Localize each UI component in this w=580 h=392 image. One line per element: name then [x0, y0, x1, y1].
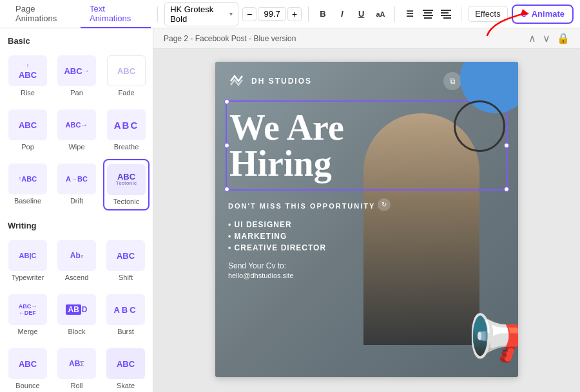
- subheadline: DON'T MISS THIS OPPORTUNITY: [228, 202, 375, 210]
- headline-line2: Hiring: [229, 144, 332, 183]
- position-item-1: UI DESIGNER: [228, 220, 505, 229]
- font-size-increase[interactable]: +: [287, 7, 302, 21]
- animation-typewriter[interactable]: AB|C Typewriter: [5, 236, 50, 286]
- pan-label: Pan: [70, 89, 83, 97]
- copy-button[interactable]: ⧉: [443, 72, 461, 90]
- brand-name: DH STUDIOS: [251, 77, 312, 86]
- chevron-down-icon[interactable]: ∨: [543, 32, 550, 44]
- wipe-preview: ABC→: [57, 109, 96, 140]
- tab-text-animations[interactable]: Text Animations: [81, 0, 151, 28]
- divider-4: [461, 6, 461, 22]
- svg-rect-0: [423, 10, 433, 11]
- animation-breathe[interactable]: ABC Breathe: [103, 105, 150, 155]
- animation-shift[interactable]: ABC Shift: [103, 236, 148, 286]
- divider-2: [308, 6, 309, 22]
- basic-section-label: Basic: [5, 36, 148, 46]
- skate-preview: ABC: [106, 348, 145, 379]
- breathe-preview: ABC: [107, 109, 146, 140]
- fade-label: Fade: [118, 89, 134, 97]
- strikethrough-button[interactable]: aA: [373, 6, 389, 23]
- deco-circle-outline: [454, 100, 505, 152]
- baseline-preview: ↑ ABC: [8, 163, 47, 194]
- effects-button[interactable]: Effects: [468, 6, 508, 22]
- animation-drift[interactable]: A→BC Drift: [54, 159, 99, 210]
- tab-page-animations[interactable]: Page Animations: [6, 0, 81, 28]
- email-address: hello@dhstudios.site: [228, 272, 505, 279]
- alignment-group: ☰: [401, 6, 454, 23]
- bounce-label: Bounce: [15, 382, 39, 389]
- position-item-3: CREATIVE DIRECTOR: [228, 243, 505, 252]
- svg-rect-6: [441, 15, 451, 16]
- ascend-preview: Abr: [57, 240, 96, 271]
- block-preview: ABD: [57, 294, 96, 325]
- font-family-select[interactable]: HK Grotesk Bold ▾: [164, 2, 238, 26]
- divider-3: [394, 6, 395, 22]
- align-center-icon: [423, 10, 433, 19]
- align-right-button[interactable]: [438, 6, 454, 23]
- animation-merge[interactable]: ABC→←DEF Merge: [5, 290, 50, 340]
- toolbar: Page Animations Text Animations HK Grote…: [0, 0, 580, 28]
- ascend-label: Ascend: [65, 274, 89, 281]
- svg-rect-7: [443, 17, 451, 19]
- tab-group: Page Animations Text Animations: [6, 0, 151, 28]
- handle-top-left[interactable]: [224, 99, 229, 104]
- rise-preview: ↑ ABC: [8, 55, 47, 86]
- animation-bounce[interactable]: ABC Bounce: [5, 344, 50, 392]
- page-label: Page 2 - Facebook Post - Blue version: [164, 34, 296, 43]
- animation-wipe[interactable]: ABC→ Wipe: [54, 105, 99, 155]
- svg-rect-4: [441, 10, 451, 11]
- handle-mid-right[interactable]: [504, 143, 509, 148]
- roll-preview: ABΣ: [57, 348, 96, 379]
- animate-button[interactable]: ⟳ Animate: [512, 5, 574, 24]
- headline-line1: We Are: [229, 107, 344, 147]
- refresh-icon[interactable]: ↻: [378, 198, 391, 211]
- position-item-2: MARKETING: [228, 232, 505, 241]
- burst-preview: ABC: [106, 294, 145, 325]
- brand-logo: [228, 72, 246, 90]
- bold-button[interactable]: B: [315, 6, 331, 23]
- roll-label: Roll: [71, 382, 83, 389]
- skate-label: Skate: [117, 382, 135, 389]
- align-left-button[interactable]: ☰: [401, 6, 418, 23]
- wipe-label: Wipe: [68, 143, 84, 151]
- font-select-chevron: ▾: [229, 10, 233, 17]
- handle-mid-left[interactable]: [224, 143, 229, 148]
- font-size-decrease[interactable]: −: [242, 7, 256, 21]
- svg-rect-3: [424, 17, 432, 19]
- animation-fade[interactable]: ABC Fade: [103, 51, 150, 101]
- animate-label: Animate: [532, 9, 565, 19]
- tectonic-label: Tectonic: [113, 198, 139, 205]
- animation-roll[interactable]: ABΣ Roll: [54, 344, 99, 392]
- align-center-button[interactable]: [420, 6, 436, 23]
- underline-button[interactable]: U: [354, 6, 369, 23]
- merge-label: Merge: [17, 328, 37, 335]
- svg-rect-2: [423, 15, 433, 16]
- writing-animations-grid: AB|C Typewriter Abr Ascend ABC Shift: [5, 236, 148, 392]
- chevron-up-icon[interactable]: ∧: [528, 32, 536, 44]
- canvas-wrapper: DH STUDIOS ⧉ 🗑 ··· We Are: [153, 49, 580, 390]
- animation-burst[interactable]: ABC Burst: [103, 290, 148, 340]
- svg-rect-5: [441, 12, 449, 14]
- handle-bottom-left[interactable]: [224, 187, 229, 192]
- animation-ascend[interactable]: Abr Ascend: [54, 236, 99, 286]
- send-cv-label: Send Your Cv to:: [228, 261, 505, 270]
- bounce-preview: ABC: [8, 348, 47, 379]
- animation-baseline[interactable]: ↑ ABC Baseline: [5, 159, 50, 210]
- typewriter-preview: AB|C: [8, 240, 47, 271]
- basic-animations-grid: ↑ ABC Rise ABC→ Pan ABC: [5, 51, 148, 210]
- typewriter-label: Typewriter: [12, 274, 44, 281]
- lock-icon[interactable]: 🔒: [557, 32, 570, 44]
- animation-block[interactable]: ABD Block: [54, 290, 99, 340]
- animation-pop[interactable]: ABC Pop: [5, 105, 50, 155]
- animation-skate[interactable]: ABC Skate: [103, 344, 148, 392]
- animate-icon: ⟳: [521, 9, 528, 19]
- font-size-input[interactable]: [258, 7, 286, 21]
- animation-pan[interactable]: ABC→ Pan: [54, 51, 99, 101]
- page-nav-controls: ∧ ∨ 🔒: [528, 32, 570, 44]
- animation-tectonic[interactable]: ABC Tectonic Tectonic: [103, 159, 150, 210]
- tectonic-preview: ABC Tectonic: [107, 164, 146, 195]
- animation-rise[interactable]: ↑ ABC Rise: [5, 51, 50, 101]
- italic-button[interactable]: I: [334, 6, 350, 23]
- breathe-label: Breathe: [114, 143, 139, 151]
- handle-bottom-right[interactable]: [504, 187, 509, 192]
